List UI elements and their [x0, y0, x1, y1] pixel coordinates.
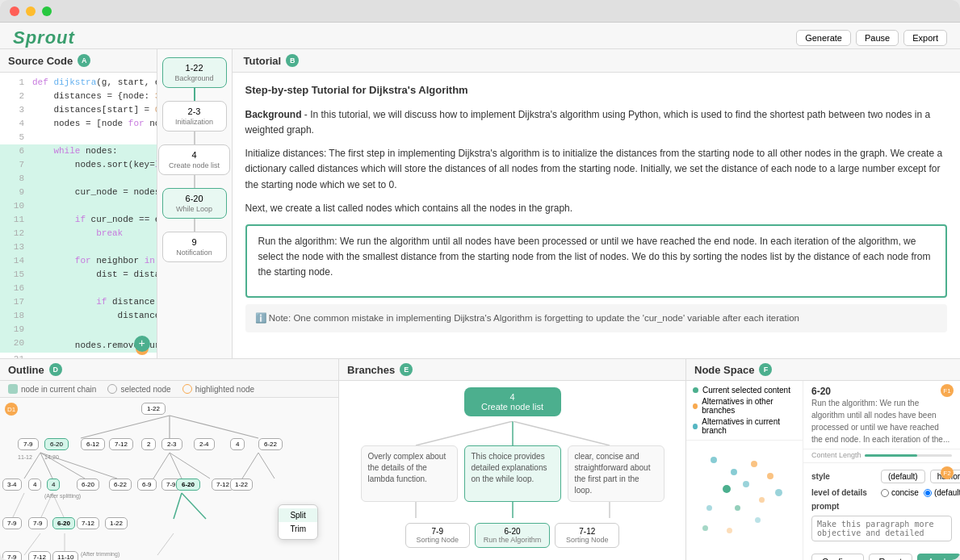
outline-node-1-22[interactable]: 1-22	[141, 403, 166, 415]
branch-bottom-label-2: Run the Algorithm	[484, 536, 542, 544]
reset-button[interactable]: Reset	[869, 554, 913, 560]
outline-node-7-12[interactable]: 7-12	[109, 438, 133, 450]
outline-node-7-12-l3[interactable]: 7-12	[77, 517, 99, 529]
badge-d1: D1	[5, 403, 18, 416]
branch-top-node[interactable]: 4 Create node list	[464, 387, 561, 416]
code-line-20: 20 nodes.remove(cur_node)	[0, 336, 157, 353]
branch-bottom-6-20[interactable]: 6-20 Run the Algorithm	[475, 523, 551, 548]
apply-button[interactable]: Apply	[917, 554, 960, 560]
level-concise[interactable]: concise	[881, 488, 919, 497]
outline-node-7-9[interactable]: 7-9	[18, 438, 39, 450]
outline-node-4-l2[interactable]: 4	[28, 479, 41, 491]
outline-node-11-10[interactable]: 11-10	[52, 551, 78, 560]
outline-node-6-12[interactable]: 6-12	[81, 438, 105, 450]
generate-button[interactable]: Generate	[796, 30, 851, 46]
flow-node-6-20[interactable]: 6-20 While Loop C	[162, 188, 227, 219]
pause-button[interactable]: Pause	[856, 30, 899, 46]
export-button[interactable]: Export	[903, 30, 947, 46]
outline-node-1-22-l2[interactable]: 1-22	[230, 479, 253, 491]
outline-node-6-9[interactable]: 6-9	[137, 479, 157, 491]
tutorial-panel: Tutorial B Step-by-step Tutorial for Dij…	[233, 49, 960, 358]
branch-bottom-7-12[interactable]: 7-12 Sorting Node	[555, 523, 619, 548]
outline-node-6-20-top[interactable]: 6-20	[44, 438, 69, 450]
code-line-15: 15 dist = distances[cur_node] + g[cur_no…	[0, 268, 157, 282]
prompt-label: prompt	[811, 502, 876, 511]
node-id-display: 6-20	[811, 386, 952, 397]
prompt-input[interactable]	[811, 516, 952, 541]
tutorial-para2: Next, we create a list called nodes whic…	[245, 201, 947, 216]
branch-card-center[interactable]: This choice provides detailed explanatio…	[464, 445, 561, 502]
outline-node-7-9-l3b[interactable]: 7-9	[28, 517, 48, 529]
node-space-scatter	[686, 441, 803, 560]
svg-line-20	[416, 421, 513, 445]
outline-node-6-20-l2[interactable]: 6-20	[77, 479, 99, 491]
dot-current-branch	[693, 424, 698, 429]
code-line-10: 10	[0, 199, 157, 213]
tutorial-header: Tutorial B	[233, 49, 960, 73]
outline-node-2-4[interactable]: 2-4	[194, 438, 215, 450]
branch-top-label: Create node list	[477, 402, 548, 412]
outline-node-6-22[interactable]: 6-22	[258, 438, 283, 450]
level-default[interactable]: (default)	[924, 488, 960, 497]
add-code-button[interactable]: +	[134, 336, 150, 352]
branch-card-left[interactable]: Overly complex about the details of the …	[361, 445, 458, 502]
outline-node-2-3[interactable]: 2-3	[161, 438, 182, 450]
flow-node-4[interactable]: 4 Create node list	[158, 144, 230, 175]
branch-bottom-nodes: 7-9 Sorting Node 6-20 Run the Algorithm …	[405, 523, 620, 548]
node-space-panel: Node Space F Current selected content	[686, 359, 960, 560]
outline-node-6-20-selected[interactable]: 6-20	[176, 479, 200, 491]
flow-node-1-22[interactable]: 1-22 Background	[162, 57, 227, 88]
outline-node-2[interactable]: 2	[141, 438, 156, 450]
level-options: concise (default) detailed	[881, 488, 960, 497]
outline-node-4[interactable]: 4	[230, 438, 245, 450]
context-trim[interactable]: Trim	[279, 522, 317, 536]
outline-node-6-22-l2[interactable]: 6-22	[109, 479, 132, 491]
outline-node-7-9-l4[interactable]: 7-9	[2, 551, 22, 560]
action-buttons: Confirm Reset Apply	[803, 550, 960, 560]
flow-node-9[interactable]: 9 Notification	[162, 232, 227, 262]
legend-highlighted: highlighted node	[182, 384, 254, 394]
outline-node-6-20-l3[interactable]: 6-20	[52, 517, 75, 529]
style-default-btn[interactable]: (default)	[881, 470, 925, 483]
outline-node-1-22-l3[interactable]: 1-22	[105, 517, 128, 529]
code-line-18: 18 distances[neighbor] = distance	[0, 309, 157, 323]
outline-node-4-active[interactable]: 4	[47, 479, 60, 491]
outline-node-7-12-l4[interactable]: 7-12	[28, 551, 51, 560]
tutorial-intro: Background - In this tutorial, we will d…	[245, 107, 947, 138]
outline-node-3-4[interactable]: 3-4	[2, 479, 22, 491]
svg-line-11	[258, 453, 275, 479]
outline-title: Outline	[8, 364, 44, 376]
scatter-dot-9	[759, 497, 765, 503]
outline-after-trim: (After trimming)	[81, 551, 119, 557]
code-editor[interactable]: 1def dijkstra(g, start, end): 2 distance…	[0, 73, 157, 358]
dot-current	[693, 387, 698, 393]
maximize-button[interactable]	[42, 6, 52, 16]
legend-row-2: Alternatives in other branches	[693, 397, 796, 415]
branch-card-right[interactable]: clear, concise and straightforward about…	[568, 445, 664, 502]
branches-title: Branches	[347, 364, 395, 376]
style-label: style	[811, 472, 876, 481]
flow-node-id-2: 2-3	[173, 107, 216, 116]
context-split[interactable]: Split	[279, 508, 317, 522]
tutorial-highlight-box: Run the algorithm: We run the algorithm …	[245, 224, 947, 299]
confirm-button[interactable]: Confirm	[811, 554, 864, 560]
legend-current: Current selected content	[702, 386, 790, 395]
scatter-dot-7	[706, 505, 712, 511]
outline-node-7-9-l3[interactable]: 7-9	[2, 517, 22, 529]
code-line-13: 13	[0, 240, 157, 254]
flow-connector-2	[194, 132, 195, 144]
svg-line-19	[157, 533, 174, 555]
flow-node-id-3: 4	[169, 150, 220, 160]
outline-header: Outline D	[0, 359, 338, 381]
branch-bottom-7-9[interactable]: 7-9 Sorting Node	[405, 523, 470, 548]
flow-node-2-3[interactable]: 2-3 Initialization	[162, 101, 227, 132]
svg-line-0	[81, 416, 170, 438]
flow-node-label-2: Initialization	[173, 118, 216, 126]
code-line-14: 14 for neighbor in g[cur_node]:	[0, 254, 157, 268]
top-bar: Sprout Generate Pause Export	[0, 23, 960, 49]
minimize-button[interactable]	[26, 6, 36, 16]
node-space-body: Current selected content Alternatives in…	[686, 381, 960, 560]
bottom-panels: Outline D node in current chain selected…	[0, 358, 960, 560]
close-button[interactable]	[10, 6, 19, 16]
prompt-control-row: prompt	[811, 502, 952, 511]
